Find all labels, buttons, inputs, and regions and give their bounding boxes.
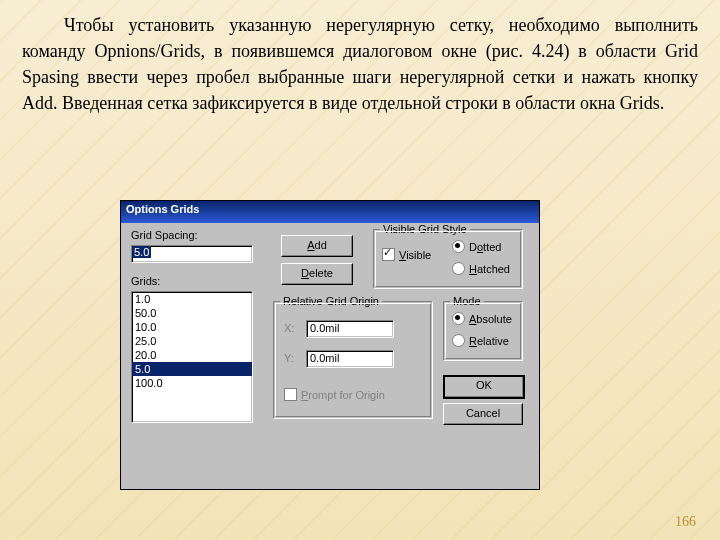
x-label: X: [284, 322, 294, 334]
list-item[interactable]: 25.0 [132, 334, 252, 348]
visible-checkbox[interactable]: Visible [382, 248, 431, 261]
checkbox-icon [284, 388, 297, 401]
list-item[interactable]: 20.0 [132, 348, 252, 362]
visible-grid-style-group: Visible Grid Style Visible Dotted Hatche… [373, 229, 523, 289]
grids-label: Grids: [131, 275, 160, 287]
radio-icon [452, 240, 465, 253]
relative-grid-origin-group: Relative Grid Origin X: 0.0mil Y: 0.0mil… [273, 301, 433, 419]
del-btn-rest: elete [309, 267, 333, 279]
body-paragraph: Чтобы установить указанную нерегулярную … [0, 0, 720, 116]
list-item[interactable]: 1.0 [132, 292, 252, 306]
x-input[interactable]: 0.0mil [306, 320, 394, 338]
dialog-titlebar[interactable]: Options Grids [121, 201, 539, 223]
grid-spacing-input[interactable]: 5.0 [131, 245, 253, 263]
list-item[interactable]: 100.0 [132, 376, 252, 390]
vgs-caption: Visible Grid Style [380, 223, 470, 235]
y-value: 0.0mil [307, 352, 342, 364]
x-value: 0.0mil [307, 322, 342, 334]
cancel-button[interactable]: Cancel [443, 403, 523, 425]
y-input[interactable]: 0.0mil [306, 350, 394, 368]
ok-button[interactable]: OK [443, 375, 525, 399]
visible-rest: isible [406, 249, 431, 261]
options-grids-dialog: Options Grids Grid Spacing: 5.0 Grids: 1… [120, 200, 540, 490]
grid-spacing-label: Grid Spacing: [131, 229, 198, 241]
y-label: Y: [284, 352, 294, 364]
prompt-for-origin-checkbox[interactable]: Prompt for Origin [284, 388, 385, 401]
radio-icon [452, 312, 465, 325]
checkbox-icon [382, 248, 395, 261]
mode-group: Mode Absolute Relative [443, 301, 523, 361]
delete-button[interactable]: Delete [281, 263, 353, 285]
grids-listbox[interactable]: 1.050.010.025.020.05.0100.0 [131, 291, 253, 423]
dotted-radio[interactable]: Dotted [452, 240, 501, 253]
add-btn-rest: dd [315, 239, 327, 251]
dialog-title: Options Grids [126, 203, 199, 215]
absolute-radio[interactable]: Absolute [452, 312, 512, 325]
rgo-caption: Relative Grid Origin [280, 295, 382, 307]
mode-caption: Mode [450, 295, 484, 307]
relative-radio[interactable]: Relative [452, 334, 509, 347]
paragraph-text: Чтобы установить указанную нерегулярную … [22, 15, 698, 113]
add-button[interactable]: Add [281, 235, 353, 257]
list-item[interactable]: 10.0 [132, 320, 252, 334]
radio-icon [452, 334, 465, 347]
list-item[interactable]: 5.0 [132, 362, 252, 376]
radio-icon [452, 262, 465, 275]
grid-spacing-value: 5.0 [132, 246, 151, 258]
list-item[interactable]: 50.0 [132, 306, 252, 320]
page-number: 166 [675, 514, 696, 530]
hatched-radio[interactable]: Hatched [452, 262, 510, 275]
